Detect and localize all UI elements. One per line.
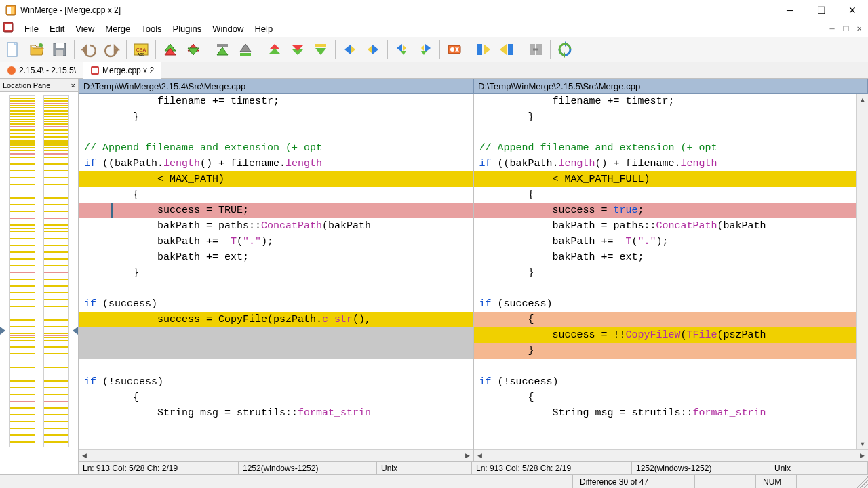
code-line[interactable] [79, 281, 473, 296]
location-pane-body[interactable] [0, 92, 78, 474]
code-line[interactable]: { [474, 187, 869, 203]
code-line[interactable]: } [474, 265, 869, 281]
code-line[interactable]: if (success) [79, 296, 473, 312]
window-title: WinMerge - [Merge.cpp x 2] [20, 5, 774, 15]
auto-merge-button[interactable] [525, 39, 547, 60]
code-line[interactable]: if (!success) [79, 374, 473, 390]
diff-counter: Difference 30 of 47 [572, 475, 694, 488]
current-diff-button[interactable] [182, 39, 204, 60]
location-bar-right[interactable] [43, 95, 69, 447]
code-line[interactable]: if (!success) [474, 374, 869, 390]
copy-left-button[interactable] [362, 39, 384, 60]
close-button[interactable]: ✕ [837, 0, 868, 20]
new-button[interactable] [3, 39, 24, 60]
last-diff-button[interactable] [310, 39, 332, 60]
menu-plugins[interactable]: Plugins [167, 22, 208, 35]
location-pane-close-icon[interactable]: × [71, 81, 75, 89]
right-path[interactable]: D:\Temp\WinMerge\2.15.5\Src\Merge.cpp [473, 79, 868, 94]
code-line[interactable]: success = true; [474, 203, 869, 218]
code-line[interactable]: if ((bakPath.length() + filename.length [79, 156, 473, 171]
all-right-button[interactable] [473, 39, 494, 60]
code-line[interactable]: if ((bakPath.length() + filename.length [474, 156, 869, 171]
menu-window[interactable]: Window [207, 22, 249, 35]
refresh-button[interactable] [554, 39, 576, 60]
code-line[interactable] [79, 327, 473, 343]
options-button[interactable] [443, 39, 465, 60]
mdi-minimize-button[interactable]: ─ [826, 22, 838, 35]
prev-conflict-button[interactable] [264, 39, 285, 60]
code-line[interactable]: success = TRUE; [79, 203, 473, 218]
left-code[interactable]: filename += timestr; } // Append filenam… [79, 94, 473, 449]
code-line[interactable]: // Append filename and extension (+ opt [79, 140, 473, 156]
status-blank2 [796, 475, 857, 488]
code-line[interactable]: bakPath = paths::ConcatPath(bakPath [474, 218, 869, 234]
code-line[interactable] [474, 359, 869, 374]
open-button[interactable] [26, 39, 47, 60]
code-line[interactable]: bakPath += ext; [79, 249, 473, 265]
code-line[interactable]: < MAX_PATH) [79, 171, 473, 187]
code-line[interactable]: // Append filename and extension (+ opt [474, 140, 869, 156]
copy-right-advance-button[interactable] [391, 39, 413, 60]
code-line[interactable]: bakPath += _T("."); [79, 234, 473, 249]
left-path[interactable]: D:\Temp\WinMerge\2.15.4\Src\Merge.cpp [79, 79, 473, 94]
code-line[interactable]: < MAX_PATH_FULL) [474, 171, 869, 187]
menu-file[interactable]: File [19, 22, 44, 35]
resize-grip-icon[interactable] [857, 475, 868, 488]
code-line[interactable] [79, 343, 473, 359]
code-line[interactable]: bakPath = paths::ConcatPath(bakPath [79, 218, 473, 234]
first-diff-button[interactable] [159, 39, 181, 60]
code-line[interactable]: bakPath += _T("."); [474, 234, 869, 249]
code-line[interactable]: { [474, 390, 869, 405]
mdi-restore-button[interactable]: ❐ [840, 22, 852, 35]
vscrollbar[interactable]: ▲▼ [856, 94, 868, 449]
menu-tools[interactable]: Tools [136, 22, 167, 35]
right-hscrollbar[interactable]: ◀▶ [474, 449, 869, 461]
svg-point-22 [7, 66, 16, 75]
code-line[interactable]: { [79, 187, 473, 203]
code-line[interactable]: success = CopyFile(pszPath.c_str(), [79, 312, 473, 327]
code-line[interactable]: if (success) [474, 296, 869, 312]
code-line[interactable] [474, 125, 869, 140]
undo-button[interactable] [78, 39, 100, 60]
code-line[interactable]: } [79, 265, 473, 281]
code-line[interactable] [79, 125, 473, 140]
diff-area: D:\Temp\WinMerge\2.15.4\Src\Merge.cpp D:… [79, 79, 868, 474]
code-line[interactable] [79, 359, 473, 374]
svg-text:ABC: ABC [138, 52, 145, 56]
redo-button[interactable] [101, 39, 123, 60]
right-code[interactable]: filename += timestr; } // Append filenam… [474, 94, 869, 449]
copy-left-advance-button[interactable] [414, 39, 436, 60]
code-line[interactable]: } [79, 109, 473, 125]
code-line[interactable]: filename += timestr; [474, 94, 869, 109]
menu-view[interactable]: View [70, 22, 100, 35]
copy-right-button[interactable] [339, 39, 361, 60]
minimize-button[interactable]: ─ [774, 0, 806, 20]
menu-help[interactable]: Help [249, 22, 278, 35]
menu-edit[interactable]: Edit [44, 22, 70, 35]
next-conflict-button[interactable] [287, 39, 309, 60]
prev-diff-button[interactable] [212, 39, 233, 60]
app-icon [5, 5, 16, 16]
menu-merge[interactable]: Merge [100, 22, 136, 35]
code-line[interactable]: success = !!CopyFileW(TFile(pszPath [474, 327, 869, 343]
svg-rect-24 [92, 68, 98, 73]
code-line[interactable]: filename += timestr; [79, 94, 473, 109]
maximize-button[interactable]: ☐ [806, 0, 837, 20]
next-diff-button[interactable] [235, 39, 256, 60]
code-line[interactable]: String msg = strutils::format_strin [474, 405, 869, 421]
code-line[interactable]: } [474, 109, 869, 125]
code-line[interactable]: String msg = strutils::format_strin [79, 405, 473, 421]
code-line[interactable]: } [474, 343, 869, 359]
abc-button[interactable]: CBAABC [130, 39, 152, 60]
code-line[interactable]: bakPath += ext; [474, 249, 869, 265]
code-line[interactable]: { [474, 312, 869, 327]
save-button[interactable] [49, 39, 71, 60]
tab-folder-compare[interactable]: 2.15.4\ - 2.15.5\ [0, 62, 83, 78]
tab-file-compare[interactable]: Merge.cpp x 2 [83, 62, 161, 79]
code-line[interactable] [474, 281, 869, 296]
code-line[interactable]: { [79, 390, 473, 405]
left-hscrollbar[interactable]: ◀▶ [79, 449, 473, 461]
mdi-close-button[interactable]: ✕ [853, 22, 865, 35]
all-left-button[interactable] [496, 39, 517, 60]
location-bar-left[interactable] [9, 95, 35, 447]
